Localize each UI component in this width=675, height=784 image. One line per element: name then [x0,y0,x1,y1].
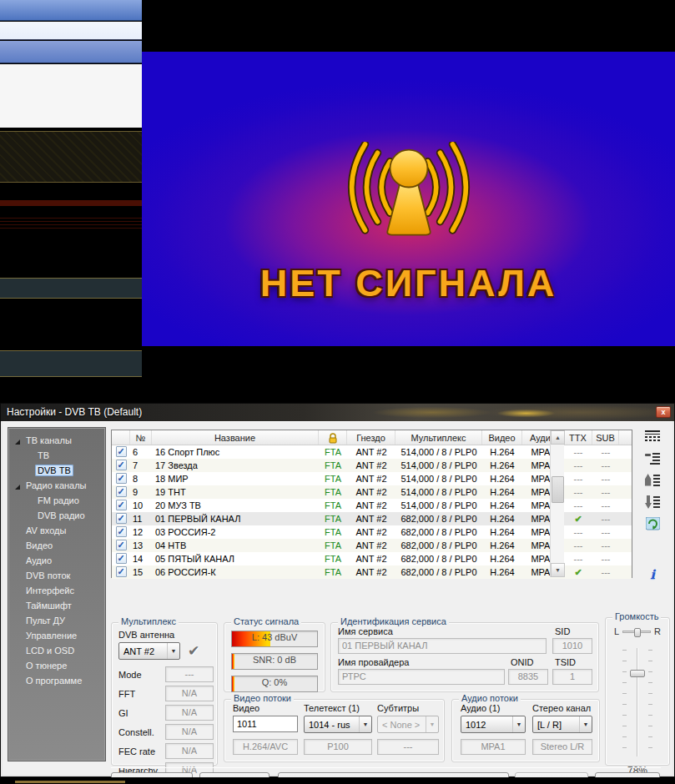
video-codec: H.264 [482,499,522,512]
sid-field: 1010 [552,638,592,654]
channel-checkbox[interactable]: ✓ [112,499,130,512]
multiplex-info: 514,000 / 8 / PLP0 [395,499,482,512]
background-panel [0,64,142,128]
channel-checkbox[interactable]: ✓ [112,512,130,525]
move-up-icon[interactable] [642,474,663,490]
sidebar-item-тв[interactable]: ТВ [8,448,105,463]
close-button[interactable]: x [656,406,671,418]
channel-checkbox[interactable]: ✓ [112,565,130,579]
teletext-check-icon: ✔ [564,512,592,525]
audio-codec-field: MPA1 [461,739,526,755]
subtitle-status: --- [592,539,619,552]
apply-antenna-icon[interactable]: ✔ [188,642,199,660]
sidebar-item-av-входы[interactable]: AV входы [8,523,105,538]
channel-number: 10 [130,499,152,512]
sidebar-item-аудио[interactable]: Аудио [8,553,105,568]
sidebar-item-lcd-и-osd[interactable]: LCD и OSD [8,643,105,658]
signal-level-bar: L: 43 dBuV [231,631,318,647]
sidebar-item-таймшифт[interactable]: Таймшифт [8,598,105,613]
mux-param-value: N/A [165,705,214,721]
remove-from-list-icon[interactable] [642,452,663,469]
teletext-status: --- [564,459,592,472]
channel-checkbox[interactable]: ✓ [112,472,130,485]
subtitles-info-field: --- [377,739,439,755]
sidebar-item-тв-каналы[interactable]: ТВ каналы [8,433,105,448]
teletext-status: --- [564,485,592,499]
channel-checkbox[interactable]: ✓ [112,552,130,565]
teletext-select[interactable]: 1014 - rus▼ [304,716,372,733]
channel-grid-icon[interactable] [642,430,663,447]
sidebar-item-dvb-поток[interactable]: DVB поток [8,568,105,583]
scroll-down-button[interactable]: ▼ [551,563,565,577]
settings-tree: ТВ каналыТВDVB ТВРадио каналыFM радиоDVB… [8,427,106,761]
channel-checkbox[interactable]: ✓ [112,485,130,499]
antenna-socket: ANT #2 [347,565,395,579]
fta-status: FTA [319,499,347,512]
table-scrollbar[interactable]: ▲ ▼ [550,430,564,577]
channel-name: 20 МУЗ ТВ [152,499,319,512]
teletext-check-icon: ✔ [564,565,592,579]
multiplex-info: 514,000 / 8 / PLP0 [395,445,482,459]
multiplex-info: 514,000 / 8 / PLP0 [395,485,482,499]
tsid-label: TSID [555,657,576,667]
antenna-socket: ANT #2 [347,485,395,499]
audio-pid-select[interactable]: 1012▼ [461,716,526,733]
refresh-list-icon[interactable] [642,517,663,534]
sidebar-item-радио-каналы[interactable]: Радио каналы [8,478,105,493]
service-id-title: Идентификация сервиса [338,616,449,626]
sidebar-item-пульт-ду[interactable]: Пульт ДУ [8,613,105,628]
channel-checkbox[interactable]: ✓ [112,539,130,552]
dialog-titlebar[interactable]: Настройки - DVB ТВ (Default) x [1,404,674,421]
fta-status: FTA [319,552,347,565]
balance-slider[interactable] [622,631,651,633]
antenna-select[interactable]: ANT #2▼ [118,642,180,660]
expand-triangle-icon[interactable] [15,485,20,490]
move-down-icon[interactable] [642,495,663,512]
subtitles-label: Субтитры [377,703,419,713]
video-pid-input[interactable]: 1011 [233,716,298,732]
video-codec: H.264 [482,445,522,459]
column-header: № [130,430,152,445]
divider [111,767,661,768]
sidebar-item-интерфейс[interactable]: Интерфейс [8,583,105,598]
balance-thumb[interactable] [634,628,641,637]
antenna-socket: ANT #2 [347,552,395,565]
tsid-field: 1 [552,669,592,685]
background-band [0,350,142,377]
sidebar-item-dvb-тв[interactable]: DVB ТВ [8,463,105,478]
expand-triangle-icon[interactable] [15,440,20,445]
channel-number: 15 [130,565,152,579]
subtitle-status: --- [592,472,619,485]
sidebar-item-видео[interactable]: Видео [8,538,105,553]
volume-thumb[interactable] [630,670,645,677]
antenna-socket: ANT #2 [347,512,395,525]
scrollbar-thumb[interactable] [552,476,564,503]
sidebar-item-dvb-радио[interactable]: DVB радио [8,508,105,523]
stereo-select[interactable]: [L / R]▼ [532,716,592,733]
signal-status-title: Статус сигнала [231,616,301,626]
subtitle-status: --- [592,459,619,472]
channel-checkbox[interactable]: ✓ [112,525,130,539]
subtitles-select[interactable]: < None >▼ [377,716,439,733]
volume-slider[interactable] [621,648,654,756]
service-id-groupbox: Идентификация сервиса Имя сервиса SID 01… [330,622,599,692]
video-codec: H.264 [482,525,522,539]
background-band [0,215,142,230]
channel-name: 05 ПЯТЫЙ КАНАЛ [152,552,319,565]
sidebar-item-управление[interactable]: Управление [8,628,105,643]
sidebar-item-о-тюнере[interactable]: О тюнере [8,658,105,673]
video-codec: H.264 [482,459,522,472]
scroll-up-button[interactable]: ▲ [551,430,565,445]
channel-name: 18 МИР [152,472,319,485]
info-icon[interactable]: i [642,567,663,584]
sidebar-item-fm-радио[interactable]: FM радио [8,493,105,508]
audio-pid-label: Аудио (1) [461,703,501,713]
chevron-down-icon: ▼ [167,643,179,659]
fta-status: FTA [319,565,347,579]
mux-param-gi: GIN/A [118,705,217,721]
sidebar-item-о-программе[interactable]: О программе [8,673,105,688]
channel-checkbox[interactable]: ✓ [112,445,130,459]
video-codec: H.264 [482,485,522,499]
channel-checkbox[interactable]: ✓ [112,459,130,472]
antenna-socket: ANT #2 [347,499,395,512]
